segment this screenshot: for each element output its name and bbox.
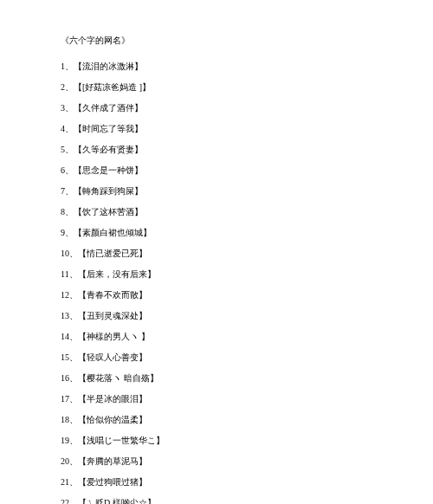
list-item: 11、【后来，没有后来】 bbox=[61, 268, 372, 281]
list-item: 22、【ㄟ贬D 樣啲尐☆】 bbox=[61, 497, 372, 504]
list-item: 10、【情已逝爱已死】 bbox=[61, 248, 372, 260]
list-item: 21、【爱过狗喂过猪】 bbox=[61, 476, 372, 488]
list-item: 12、【青春不欢而散】 bbox=[61, 289, 372, 301]
list-item: 16、【樱花落ヽ 暗自殇】 bbox=[61, 372, 372, 384]
list-item: 18、【恰似你的温柔】 bbox=[61, 414, 372, 426]
list-item: 19、【浅唱じ一世繁华こ】 bbox=[61, 435, 372, 447]
list-container: 1、【流泪的冰激淋】2、【[好菇凉爸妈造 ]】3、【久伴成了酒伴】4、【时间忘了… bbox=[61, 61, 372, 504]
document-title: 《六个字的网名》 bbox=[61, 35, 372, 47]
list-item: 4、【时间忘了等我】 bbox=[61, 123, 372, 135]
list-item: 1、【流泪的冰激淋】 bbox=[61, 61, 372, 73]
list-item: 3、【久伴成了酒伴】 bbox=[61, 102, 372, 114]
list-item: 13、【丑到灵魂深处】 bbox=[61, 310, 372, 322]
list-item: 20、【奔腾的草泥马】 bbox=[61, 456, 372, 468]
list-item: 6、【思念是一种饼】 bbox=[61, 165, 372, 177]
list-item: 17、【半是冰的眼泪】 bbox=[61, 393, 372, 405]
list-item: 14、【神樣的男人ヽ 】 bbox=[61, 331, 372, 343]
list-item: 2、【[好菇凉爸妈造 ]】 bbox=[61, 81, 372, 94]
list-item: 15、【轻叹人心善变】 bbox=[61, 352, 372, 364]
list-item: 7、【轉角踩到狗屎】 bbox=[61, 185, 372, 197]
list-item: 5、【久等必有贤妻】 bbox=[61, 144, 372, 156]
list-item: 8、【饮了这杯苦酒】 bbox=[61, 206, 372, 218]
list-item: 9、【素颜白裙也倾城】 bbox=[61, 227, 372, 239]
